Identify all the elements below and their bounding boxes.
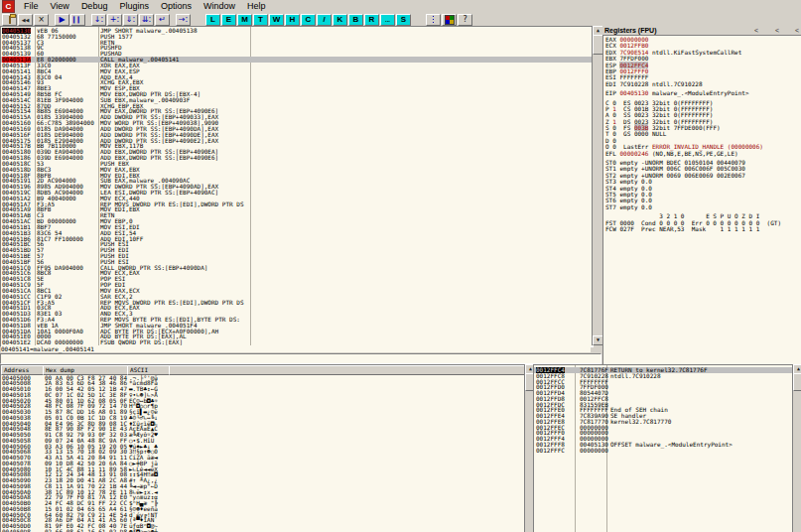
pane-arrow-button[interactable]: < [795,26,799,35]
references-window-icon: R [369,16,375,24]
register-value-part[interactable]: 7C910228 ntdll.7C910228 [619,80,702,87]
run-trace-window-icon: ... [385,16,390,24]
dump-header-blank [169,365,526,375]
register-value-part[interactable]: 00000246 [619,150,648,157]
breakpoints-window-button[interactable]: B [348,14,363,26]
registers-pane-title: Registers (FPU) < < < [602,26,801,35]
disassembly-scrollbar[interactable]: ▲ ▼ [592,26,601,345]
close-icon: × [38,16,45,24]
source-window-icon: S [401,16,406,24]
references-window-button[interactable]: R [364,14,379,26]
register-value-part[interactable]: ntdll.KiFastSystemCallRet [648,49,741,56]
handles-window-button[interactable]: H [285,14,300,26]
register-line[interactable]: EIP 00405130 malware_.<ModuleEntryPoint> [605,90,801,96]
log-window-icon: L [210,16,215,24]
trace-over-icon: ⇊: [142,16,151,24]
executables-window-button[interactable]: E [221,14,236,26]
help-icon: ? [463,16,467,24]
olly-debugger-window: C FileViewDebugPluginsOptionsWindowHelp … [0,0,801,532]
menu-file[interactable]: File [18,0,45,13]
step-into-icon: ↓: [94,16,103,24]
help-button[interactable]: ? [458,14,472,26]
register-value-part[interactable]: 00405130 [619,89,648,96]
threads-window-icon: T [258,16,263,24]
stack-scrollbar[interactable]: ▲ [792,364,801,532]
register-value-part[interactable]: EIP [605,89,619,96]
trace-into-button[interactable]: ⇓: [123,14,138,26]
register-line[interactable]: FCW 027F Prec NEAR,53 Mask 1 1 1 1 1 1 [605,226,801,232]
register-line[interactable]: ST7 empty 0.0 [605,204,801,210]
executables-window-icon: E [226,16,231,24]
stack-row[interactable]: 0012FFFC00000000 [534,448,793,454]
close-button[interactable]: × [34,14,49,26]
folder-icon [9,16,11,24]
menu-options[interactable]: Options [155,0,198,13]
go-to-address-button[interactable]: →: [176,14,191,26]
handles-window-icon: H [290,16,296,24]
register-value-part[interactable]: EDI [605,80,619,87]
pane-arrow-button[interactable]: < [775,26,779,35]
stack-pane: 0012FFC47C81776FRETURN to kernel32.7C817… [533,364,794,532]
step-over-button[interactable]: +: [107,14,122,26]
windows-window-button[interactable]: W [269,14,284,26]
scroll-thumb[interactable] [793,373,801,391]
hex-dump-pane: Address Hex dump ASCII 0040500000 AA 00 … [0,364,526,532]
open-file-button[interactable] [2,14,17,26]
run-trace-window-button[interactable]: ... [380,14,395,26]
register-value-part[interactable]: EFL [605,150,619,157]
register-value-part[interactable]: ST7 empty 0.0 [605,203,652,210]
menu-items: FileViewDebugPluginsOptionsWindowHelp [18,0,272,13]
registers-title-label: Registers (FPU) [604,27,657,34]
go-to-address-icon: →: [179,16,188,24]
menu-window[interactable]: Window [198,0,241,13]
pane-arrow-button[interactable]: < [754,26,758,35]
menu-view[interactable]: View [45,0,75,13]
memory-window-icon: M [241,16,248,24]
execute-till-return-button[interactable]: ↵ [155,14,170,26]
execute-till-return-icon: ↵ [159,16,166,24]
memory-window-button[interactable]: M [237,14,252,26]
window-list-icon [433,16,434,23]
step-into-button[interactable]: ↓: [91,14,106,26]
restart-icon: ◀◀ [22,16,30,24]
register-line[interactable]: EFL 00000246 (NO,NB,E,BE,NS,PE,GE,LE) [605,151,801,157]
appearance-button[interactable] [442,14,457,26]
toolbar: ◀◀×▶▎▎↓:+:⇓:⇊:↵→:LEMTWHC/KBR...S? [0,13,801,26]
trace-into-icon: ⇓: [126,16,135,24]
cpu-window-icon: C [306,16,312,24]
restart-button[interactable]: ◀◀ [18,14,33,26]
pause-button[interactable]: ▎▎ [70,14,85,26]
stack-address[interactable]: 0012FFFC [536,448,565,454]
windows-list-button[interactable] [426,14,441,26]
windows-window-icon: W [273,16,281,24]
patches-window-button[interactable]: / [317,14,332,26]
menu-help[interactable]: Help [241,0,272,13]
step-over-icon: +: [110,16,119,24]
run-icon: ▶ [59,16,65,24]
menu-debug[interactable]: Debug [75,0,114,13]
register-value-part[interactable]: (NO,NB,E,BE,NS,PE,GE,LE) [648,150,737,157]
pause-icon: ▎▎ [73,16,82,24]
register-value-part[interactable]: FCW 027F Prec NEAR,53 Mask 1 1 1 1 1 1 [605,225,759,232]
register-value-part[interactable]: malware_.<ModuleEntryPoint> [648,89,748,96]
log-window-button[interactable]: L [205,14,220,26]
disassembly-info-strip [0,353,601,364]
call-stack-window-button[interactable]: K [333,14,347,26]
menu-bar: C FileViewDebugPluginsOptionsWindowHelp [0,0,801,13]
app-icon[interactable]: C [2,0,15,13]
disassembly-status-line: 00405141=malware_.00405141 [1,345,591,352]
disassembly-pane: 00405130∨EB 06JMP SHORT malware_.0040513… [0,26,594,347]
run-button[interactable]: ▶ [55,14,69,26]
register-line[interactable]: EDI 7C910228 ntdll.7C910228 [605,81,801,87]
menu-plugins[interactable]: Plugins [113,0,155,13]
cpu-window-button[interactable]: C [301,14,316,26]
stack-value[interactable]: 00000000 [580,448,608,454]
threads-window-button[interactable]: T [253,14,268,26]
breakpoints-window-icon: B [353,16,359,24]
trace-over-button[interactable]: ⇊: [139,14,154,26]
source-window-button[interactable]: S [396,14,411,26]
call-stack-window-icon: K [337,16,343,24]
appearance-icon [445,15,455,25]
patches-window-icon: / [323,16,325,24]
toolbar-gap [412,14,426,26]
